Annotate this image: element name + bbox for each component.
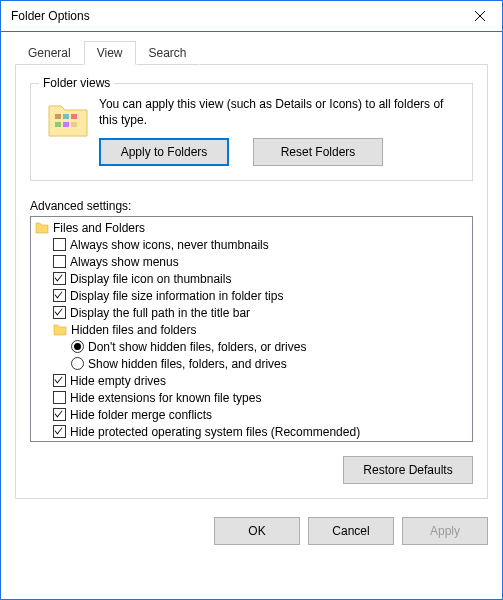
tree-item-label: Always show icons, never thumbnails <box>70 238 269 252</box>
svg-rect-3 <box>63 114 69 119</box>
advanced-settings-tree[interactable]: Files and FoldersAlways show icons, neve… <box>30 216 473 442</box>
svg-rect-5 <box>55 122 61 127</box>
tree-item-label: Hidden files and folders <box>71 323 196 337</box>
tab-search[interactable]: Search <box>136 41 200 65</box>
tree-item[interactable]: Show hidden files, folders, and drives <box>31 355 472 372</box>
tree-item-label: Display file size information in folder … <box>70 289 283 303</box>
tree-item[interactable]: Always show icons, never thumbnails <box>31 236 472 253</box>
tree-item[interactable]: Hide empty drives <box>31 372 472 389</box>
tree-item-label: Show hidden files, folders, and drives <box>88 357 287 371</box>
radio-icon <box>71 340 84 353</box>
folder-views-group: Folder views You can apply this view (su… <box>30 83 473 181</box>
tree-item-label: Hide protected operating system files (R… <box>70 425 360 439</box>
tab-panel-view: Folder views You can apply this view (su… <box>15 64 488 499</box>
tree-item-label: Don't show hidden files, folders, or dri… <box>88 340 306 354</box>
close-button[interactable] <box>457 1 502 31</box>
svg-rect-4 <box>71 114 77 119</box>
svg-rect-6 <box>63 122 69 127</box>
apply-to-folders-button[interactable]: Apply to Folders <box>99 138 229 166</box>
tree-item[interactable]: Display file size information in folder … <box>31 287 472 304</box>
tree-item-label: Display the full path in the title bar <box>70 306 250 320</box>
tree-item: Files and Folders <box>31 219 472 236</box>
checkbox-icon <box>53 408 66 421</box>
folder-icon <box>53 324 67 336</box>
checkbox-icon <box>53 391 66 404</box>
folder-icon <box>35 222 49 234</box>
window-title: Folder Options <box>11 9 90 23</box>
tree-item[interactable]: Display the full path in the title bar <box>31 304 472 321</box>
tree-item-label: Hide extensions for known file types <box>70 391 261 405</box>
tab-general[interactable]: General <box>15 41 84 65</box>
tree-item-label: Hide empty drives <box>70 374 166 388</box>
tree-item-label: Files and Folders <box>53 221 145 235</box>
checkbox-icon <box>53 272 66 285</box>
tree-item[interactable]: Hide folder merge conflicts <box>31 406 472 423</box>
radio-icon <box>71 357 84 370</box>
checkbox-icon <box>53 306 66 319</box>
dialog-footer: OK Cancel Apply <box>1 509 502 545</box>
folder-views-desc: You can apply this view (such as Details… <box>99 96 460 128</box>
svg-rect-2 <box>55 114 61 119</box>
tree-item-label: Display file icon on thumbnails <box>70 272 231 286</box>
checkbox-icon <box>53 374 66 387</box>
advanced-settings-label: Advanced settings: <box>30 199 473 213</box>
tree-item: Hidden files and folders <box>31 321 472 338</box>
tab-strip: General View Search <box>15 41 488 65</box>
checkbox-icon <box>53 238 66 251</box>
checkbox-icon <box>53 425 66 438</box>
ok-button[interactable]: OK <box>214 517 300 545</box>
cancel-button[interactable]: Cancel <box>308 517 394 545</box>
tree-item[interactable]: Hide protected operating system files (R… <box>31 423 472 440</box>
folder-views-label: Folder views <box>39 76 114 90</box>
checkbox-icon <box>53 255 66 268</box>
tree-item[interactable]: Don't show hidden files, folders, or dri… <box>31 338 472 355</box>
apply-button[interactable]: Apply <box>402 517 488 545</box>
svg-rect-7 <box>71 122 77 127</box>
tree-item[interactable]: Display file icon on thumbnails <box>31 270 472 287</box>
close-icon <box>475 11 485 21</box>
tree-item-label: Hide folder merge conflicts <box>70 408 212 422</box>
tab-view[interactable]: View <box>84 41 136 65</box>
checkbox-icon <box>53 289 66 302</box>
folder-views-icon <box>47 98 89 140</box>
tree-item[interactable]: Hide extensions for known file types <box>31 389 472 406</box>
titlebar: Folder Options <box>1 1 502 32</box>
restore-defaults-button[interactable]: Restore Defaults <box>343 456 473 484</box>
reset-folders-button[interactable]: Reset Folders <box>253 138 383 166</box>
tree-item-label: Always show menus <box>70 255 179 269</box>
tree-item[interactable]: Always show menus <box>31 253 472 270</box>
